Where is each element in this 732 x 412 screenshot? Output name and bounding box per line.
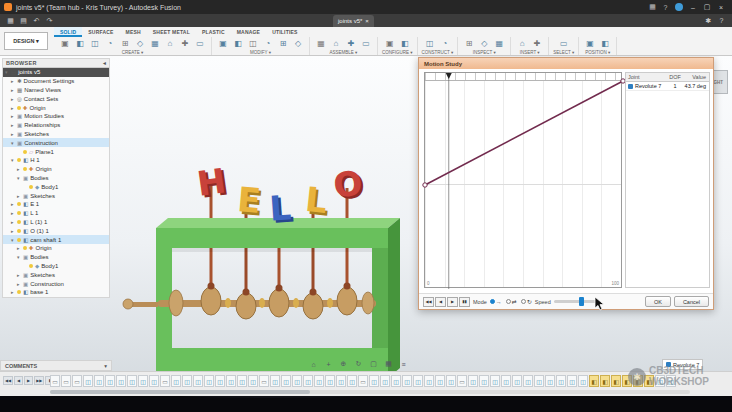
timeline-feature-icon[interactable]: ▭ <box>358 375 368 387</box>
visibility-bulb-icon[interactable] <box>17 238 21 242</box>
ribbon-tab-plastic[interactable]: PLASTIC <box>196 27 231 37</box>
timeline-feature-icon[interactable]: ▭ <box>259 375 269 387</box>
browser-item-construction[interactable]: ▾▣Construction <box>3 138 109 147</box>
ok-button[interactable]: OK <box>645 296 671 307</box>
timeline-feature-icon[interactable]: ◫ <box>237 375 247 387</box>
ribbon-tab-mesh[interactable]: MESH <box>120 27 147 37</box>
timeline-feature-icon[interactable]: ◫ <box>281 375 291 387</box>
ribbon-tool-icon[interactable]: ▣ <box>583 37 597 49</box>
timeline-feature-icon[interactable]: ◫ <box>248 375 258 387</box>
ribbon-tab-manage[interactable]: MANAGE <box>231 27 266 37</box>
ribbon-tool-icon[interactable]: ▦ <box>314 37 328 49</box>
timeline-feature-icon[interactable]: ◫ <box>578 375 588 387</box>
timeline-feature-icon[interactable]: ◫ <box>226 375 236 387</box>
chevron-up-icon[interactable]: ▾ <box>104 363 107 369</box>
timeline-feature-icon[interactable]: ◫ <box>512 375 522 387</box>
motion-graph[interactable]: 0 100 <box>424 72 622 288</box>
visibility-bulb-icon[interactable] <box>17 211 21 215</box>
viewport-nav-icon[interactable]: ▢ <box>368 360 379 368</box>
ribbon-tab-solid[interactable]: SOLID <box>54 27 82 37</box>
browser-item-l-1-1[interactable]: ▸◧L (1) 1 <box>3 218 109 227</box>
browser-item-bodies[interactable]: ▾▣Bodies <box>3 253 109 262</box>
ribbon-tool-icon[interactable]: ▦ <box>148 37 162 49</box>
timeline-feature-icon[interactable]: ◫ <box>204 375 214 387</box>
playback-button[interactable]: ◀ <box>435 297 446 307</box>
avatar[interactable] <box>675 3 683 11</box>
ribbon-group-inspect[interactable]: INSPECT ▾ <box>473 50 496 55</box>
timeline-feature-icon[interactable]: ▭ <box>72 375 82 387</box>
browser-item-o-1-1[interactable]: ▸◧O (1) 1 <box>3 226 109 235</box>
browser-item-plane1[interactable]: ▱Plane1 <box>3 147 109 156</box>
viewport-nav-icon[interactable]: ≡ <box>398 361 409 368</box>
browser-item-contact-sets[interactable]: ▸◎Contact Sets <box>3 94 109 103</box>
viewport-nav-icon[interactable]: ↻ <box>353 360 364 368</box>
timeline-feature-icon[interactable]: ◫ <box>292 375 302 387</box>
timeline-feature-icon[interactable]: ◫ <box>270 375 280 387</box>
visibility-bulb-icon[interactable] <box>23 150 27 154</box>
browser-item-body1[interactable]: ◆Body1 <box>3 182 109 191</box>
timeline-feature-icon[interactable]: ◧ <box>611 375 621 387</box>
timeline-feature-icon[interactable]: ◫ <box>215 375 225 387</box>
ribbon-tool-icon[interactable]: ◫ <box>423 37 437 49</box>
timeline-playback-button[interactable]: ▶▶ <box>34 376 44 385</box>
ribbon-tab-sheet-metal[interactable]: SHEET METAL <box>147 27 196 37</box>
ribbon-tool-icon[interactable]: ✚ <box>178 37 192 49</box>
visibility-bulb-icon[interactable] <box>17 106 21 110</box>
browser-item-motion-studies[interactable]: ▸▣Motion Studies <box>3 112 109 121</box>
timeline-feature-icon[interactable]: ◫ <box>347 375 357 387</box>
ribbon-tool-icon[interactable]: ◫ <box>88 37 102 49</box>
browser-item-relationships[interactable]: ▸▣Relationships <box>3 121 109 130</box>
ribbon-tool-icon[interactable]: ▭ <box>557 37 571 49</box>
ribbon-tool-icon[interactable]: ▣ <box>383 37 397 49</box>
timeline-feature-icon[interactable]: ◧ <box>600 375 610 387</box>
timeline-feature-icon[interactable]: ◫ <box>413 375 423 387</box>
timeline-feature-icon[interactable]: ◫ <box>556 375 566 387</box>
browser-item-l-1[interactable]: ▸◧L 1 <box>3 209 109 218</box>
table-row[interactable]: Revolute 7 1 43.7 deg <box>626 82 709 91</box>
timeline-feature-icon[interactable]: ◫ <box>501 375 511 387</box>
timeline-feature-icon[interactable]: ◫ <box>149 375 159 387</box>
ribbon-tool-icon[interactable]: ◧ <box>398 37 412 49</box>
ribbon-group-modify[interactable]: MODIFY ▾ <box>250 50 271 55</box>
visibility-bulb-icon[interactable] <box>17 202 21 206</box>
timeline-feature-icon[interactable]: ◫ <box>336 375 346 387</box>
ribbon-tool-icon[interactable]: ⊞ <box>462 37 476 49</box>
ribbon-tool-icon[interactable]: ⌂ <box>515 37 529 49</box>
playback-button[interactable]: ▮▮ <box>459 297 470 307</box>
ribbon-tab-utilities[interactable]: UTILITIES <box>266 27 303 37</box>
timeline-feature-icon[interactable]: ◫ <box>446 375 456 387</box>
ribbon-tool-icon[interactable]: ◧ <box>598 37 612 49</box>
timeline-feature-icon[interactable]: ◫ <box>127 375 137 387</box>
ribbon-group-create[interactable]: CREATE ▾ <box>122 50 143 55</box>
timeline-feature-icon[interactable]: ◫ <box>369 375 379 387</box>
ribbon-tool-icon[interactable]: ▭ <box>359 37 373 49</box>
visibility-bulb-icon[interactable] <box>29 185 33 189</box>
browser-item-h-1[interactable]: ▾◧H 1 <box>3 156 109 165</box>
timeline-feature-icon[interactable]: ◫ <box>171 375 181 387</box>
ribbon-tool-icon[interactable]: ▭ <box>193 37 207 49</box>
ribbon-tool-icon[interactable]: ◔ <box>103 37 117 49</box>
ribbon-group-position[interactable]: POSITION ▾ <box>585 50 610 55</box>
ribbon-tool-icon[interactable]: ⊞ <box>118 37 132 49</box>
timeline-feature-icon[interactable]: ◫ <box>402 375 412 387</box>
ribbon-tool-icon[interactable]: ◔ <box>438 37 452 49</box>
ribbon-tool-icon[interactable]: ◇ <box>133 37 147 49</box>
browser-item-body1[interactable]: ◆Body1 <box>3 262 109 271</box>
data-panel-icon[interactable]: ▦ <box>4 17 17 25</box>
timeline-feature-icon[interactable]: ◫ <box>523 375 533 387</box>
browser-item-e-1[interactable]: ▸◧E 1 <box>3 200 109 209</box>
design-workspace-dropdown[interactable]: DESIGN ▾ <box>4 32 48 50</box>
undo-icon[interactable]: ↶ <box>30 17 43 25</box>
visibility-bulb-icon[interactable] <box>17 229 21 233</box>
slider-thumb[interactable] <box>579 297 584 306</box>
ribbon-tool-icon[interactable]: ◇ <box>291 37 305 49</box>
dialog-titlebar[interactable]: Motion Study <box>419 58 713 69</box>
help-icon[interactable]: ? <box>659 4 672 11</box>
ribbon-group-construct[interactable]: CONSTRUCT ▾ <box>422 50 454 55</box>
mode-radio[interactable] <box>521 299 526 304</box>
timeline-feature-icon[interactable]: ◫ <box>314 375 324 387</box>
browser-item-named-views[interactable]: ▸▦Named Views <box>3 86 109 95</box>
timeline-feature-icon[interactable]: ◫ <box>545 375 555 387</box>
timeline-feature-icon[interactable]: ◫ <box>83 375 93 387</box>
timeline-feature-icon[interactable]: ▭ <box>160 375 170 387</box>
